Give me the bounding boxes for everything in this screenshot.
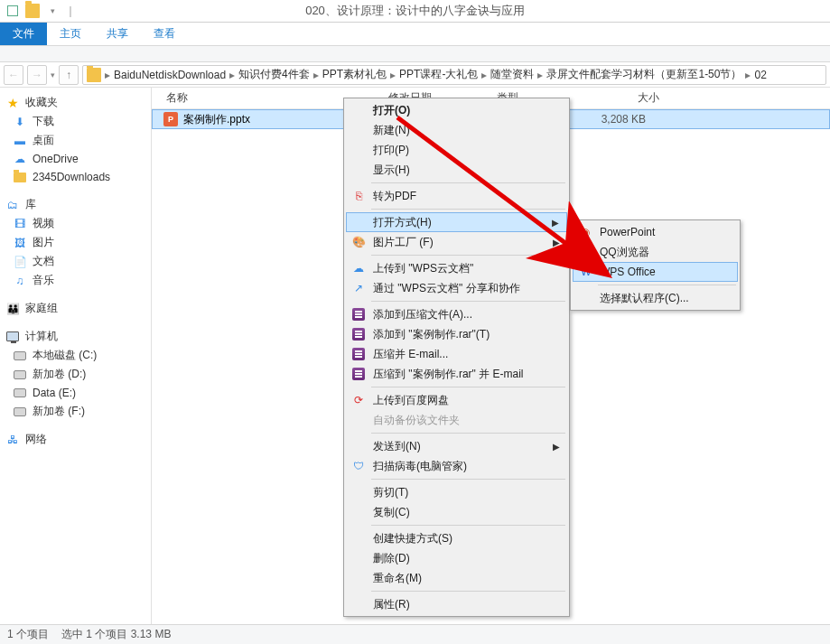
sidebar-network[interactable]: 🖧网络 [0, 430, 151, 449]
nav-up-button[interactable]: ↑ [59, 65, 79, 85]
ctx-new[interactable]: 新建(N) [346, 120, 567, 140]
ribbon-strip [0, 46, 830, 62]
ctx-zip-email[interactable]: 压缩并 E-mail... [346, 344, 567, 364]
rar-icon [351, 367, 366, 381]
sidebar-item-pictures[interactable]: 🖼图片 [0, 233, 151, 252]
ctx-topdf[interactable]: ⎘转为PDF [346, 186, 567, 206]
ctx-properties[interactable]: 属性(R) [346, 594, 567, 614]
nav-history-icon[interactable]: ▾ [51, 70, 55, 79]
ctx-autobackup: 自动备份该文件夹 [346, 410, 567, 430]
sub-choose-default[interactable]: 选择默认程序(C)... [573, 288, 738, 308]
sidebar-item-videos[interactable]: 🎞视频 [0, 214, 151, 233]
ctx-zip-rar-email[interactable]: 压缩到 "案例制作.rar" 并 E-mail [346, 364, 567, 384]
rar-icon [351, 307, 366, 322]
pdf-icon: ⎘ [351, 189, 366, 203]
nav-sidebar: ★收藏夹 ⬇下载 ▬桌面 ☁OneDrive 2345Downloads 🗂库 … [0, 88, 152, 624]
baidu-icon: ⟳ [351, 393, 366, 407]
submenu-arrow-icon: ▶ [553, 238, 560, 247]
tab-share[interactable]: 共享 [94, 23, 141, 45]
crumb-0[interactable]: BaiduNetdiskDownload [114, 69, 226, 81]
powerpoint-icon: ◉ [578, 225, 592, 239]
ctx-cut[interactable]: 剪切(T) [346, 482, 567, 502]
address-bar: ← → ▾ ↑ ▸BaiduNetdiskDownload ▸知识付费4件套 ▸… [0, 62, 830, 88]
sidebar-item-drive-e[interactable]: Data (E:) [0, 384, 151, 402]
sidebar-item-downloads[interactable]: ⬇下载 [0, 112, 151, 131]
sidebar-item-drive-f[interactable]: 新加卷 (F:) [0, 402, 151, 421]
tab-file[interactable]: 文件 [0, 23, 47, 45]
submenu-arrow-icon: ▶ [553, 442, 560, 452]
status-selection: 选中 1 个项目 3.13 MB [61, 627, 171, 642]
sidebar-favorites[interactable]: ★收藏夹 [0, 93, 151, 112]
rar-icon [351, 347, 366, 361]
sidebar-computer[interactable]: 计算机 [0, 327, 151, 346]
ctx-add-rar[interactable]: 添加到 "案例制作.rar"(T) [346, 324, 567, 344]
sub-powerpoint[interactable]: ◉PowerPoint [573, 222, 738, 242]
sub-qqbrowser[interactable]: ◯QQ浏览器 [573, 242, 738, 262]
nav-back-button[interactable]: ← [4, 65, 23, 85]
ctx-shortcut[interactable]: 创建快捷方式(S) [346, 528, 567, 548]
system-menu-icon[interactable] [5, 4, 20, 18]
crumb-4[interactable]: 随堂资料 [490, 67, 534, 82]
ctx-open[interactable]: 打开(O) [346, 100, 567, 120]
status-count: 1 个项目 [7, 627, 49, 642]
file-size: 3,208 KB [592, 113, 664, 126]
sidebar-item-documents[interactable]: 📄文档 [0, 252, 151, 271]
ctx-delete[interactable]: 删除(D) [346, 548, 567, 568]
crumb-5[interactable]: 录屏文件配套学习材料（更新至1-50节） [546, 67, 741, 82]
ribbon-tabs: 文件 主页 共享 查看 [0, 23, 830, 46]
sidebar-item-onedrive[interactable]: ☁OneDrive [0, 150, 151, 168]
ctx-openwith[interactable]: 打开方式(H)▶ [346, 212, 567, 232]
title-bar: ▾ ｜ 020、设计原理：设计中的八字金诀与应用 [0, 0, 830, 23]
col-size[interactable]: 大小 [591, 90, 663, 106]
ctx-share-wps[interactable]: ↗通过 "WPS云文档" 分享和协作 [346, 278, 567, 298]
crumb-2[interactable]: PPT素材礼包 [322, 67, 387, 82]
ctx-scan[interactable]: 🛡扫描病毒(电脑管家) [346, 456, 567, 476]
sidebar-libraries[interactable]: 🗂库 [0, 195, 151, 214]
shield-icon: 🛡 [351, 459, 366, 473]
ctx-upload-wps[interactable]: ☁上传到 "WPS云文档" [346, 258, 567, 278]
openwith-submenu: ◉PowerPoint ◯QQ浏览器 WWPS Office 选择默认程序(C)… [570, 219, 741, 311]
window-title: 020、设计原理：设计中的八字金诀与应用 [305, 3, 525, 19]
crumb-6[interactable]: 02 [754, 69, 766, 81]
picfactory-icon: 🎨 [351, 235, 366, 249]
folder-icon [87, 68, 101, 82]
tab-view[interactable]: 查看 [141, 23, 188, 45]
ctx-show[interactable]: 显示(H) [346, 160, 567, 180]
sub-wpsoffice[interactable]: WWPS Office [573, 262, 738, 282]
dropdown-icon[interactable]: ▾ [45, 4, 60, 18]
ctx-sendto[interactable]: 发送到(N)▶ [346, 436, 567, 456]
crumb-3[interactable]: PPT课程-大礼包 [399, 67, 478, 82]
pptx-icon: P [163, 112, 178, 126]
rar-icon [351, 327, 366, 341]
sidebar-item-desktop[interactable]: ▬桌面 [0, 131, 151, 150]
status-bar: 1 个项目 选中 1 个项目 3.13 MB [0, 624, 830, 644]
crumb-1[interactable]: 知识付费4件套 [238, 67, 310, 82]
cloud-icon: ☁ [351, 261, 366, 275]
folder-icon [25, 4, 40, 18]
sidebar-item-drive-d[interactable]: 新加卷 (D:) [0, 365, 151, 384]
ctx-print[interactable]: 打印(P) [346, 140, 567, 160]
sidebar-item-drive-c[interactable]: 本地磁盘 (C:) [0, 346, 151, 365]
ctx-add-archive[interactable]: 添加到压缩文件(A)... [346, 304, 567, 324]
ctx-picfactory[interactable]: 🎨图片工厂 (F)▶ [346, 232, 567, 252]
ctx-copy[interactable]: 复制(C) [346, 502, 567, 522]
tab-home[interactable]: 主页 [47, 23, 94, 45]
sidebar-homegroup[interactable]: 👪家庭组 [0, 299, 151, 318]
ctx-rename[interactable]: 重命名(M) [346, 568, 567, 588]
sidebar-item-2345[interactable]: 2345Downloads [0, 168, 151, 186]
ctx-baidu-upload[interactable]: ⟳上传到百度网盘 [346, 390, 567, 410]
share-icon: ↗ [351, 281, 366, 295]
breadcrumb[interactable]: ▸BaiduNetdiskDownload ▸知识付费4件套 ▸PPT素材礼包 … [82, 65, 826, 85]
submenu-arrow-icon: ▶ [552, 218, 559, 228]
qqbrowser-icon: ◯ [578, 245, 592, 259]
nav-fwd-button[interactable]: → [27, 65, 47, 85]
wps-icon: W [579, 265, 593, 279]
context-menu: 打开(O) 新建(N) 打印(P) 显示(H) ⎘转为PDF 打开方式(H)▶ … [343, 98, 570, 617]
sidebar-item-music[interactable]: ♫音乐 [0, 271, 151, 290]
